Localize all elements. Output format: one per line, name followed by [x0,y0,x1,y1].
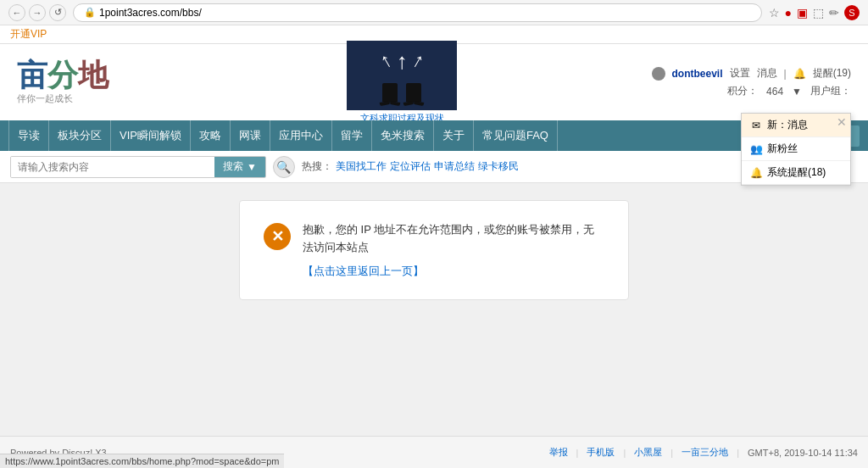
footer-blacklist-link[interactable]: 小黑屋 [634,446,662,459]
hot-label: 热搜： [302,159,332,174]
nav-bar: 导读 板块分区 VIP瞬间解锁 攻略 网课 应用中心 留学 免米搜索 关于 常见… [0,120,868,151]
notifications-link[interactable]: 提醒(19) [813,66,851,81]
score-label: 积分： [727,84,758,98]
score-dropdown[interactable]: ▼ [792,86,802,98]
search-icon-button[interactable]: 🔍 [273,156,295,178]
hot-link-jobs[interactable]: 美国找工作 [336,159,387,174]
messages-link[interactable]: 消息 [757,66,777,81]
search-button[interactable]: 搜索 ▼ [214,156,265,178]
address-bar[interactable]: 🔒 1point3acres.com/bbs/ [73,3,762,22]
nav-item-faq[interactable]: 常见问题FAQ [474,120,558,151]
search-bar: 搜索 ▼ 🔍 热搜： 美国找工作 定位评估 申请总结 绿卡移民 [0,151,868,183]
system-icon: 🔔 [750,167,762,179]
bell-icon: 🔔 [793,68,806,80]
footer-right: 举报 | 手机版 | 小黑屋 | 一亩三分地 | GMT+8, 2019-10-… [549,446,858,459]
nav-item-search[interactable]: 免米搜索 [372,120,434,151]
main-content: ✕ 抱歉，您的 IP 地址不在允许范围内，或您的账号被禁用，无法访问本站点 【点… [0,183,868,353]
star-icon[interactable]: ☆ [769,6,780,20]
browser-chrome: ← → ↺ 🔒 1point3acres.com/bbs/ ☆ ● ▣ ⬚ ✏ … [0,0,868,25]
back-link[interactable]: 【点击这里返回上一页】 [303,264,604,279]
dropdown-item-messages[interactable]: ✉ 新：消息 [742,114,850,137]
dropdown-item-system[interactable]: 🔔 系统提醒(18) [742,161,850,185]
error-box: ✕ 抱歉，您的 IP 地址不在允许范围内，或您的账号被禁用，无法访问本站点 【点… [239,200,629,300]
dropdown-item-followers[interactable]: 👥 新粉丝 [742,137,850,161]
user-meta-line: 积分： 464 ▼ 用户组： [727,84,851,98]
username[interactable]: dontbeevil [672,68,723,80]
nav-item-apps[interactable]: 应用中心 [270,120,332,151]
vip-bar-label: 开通VIP [10,27,47,42]
banner-image[interactable]: ↑ ↑ ↑ [347,41,457,110]
score-value: 464 [766,86,783,98]
search-input-wrap: 搜索 ▼ [10,156,266,178]
error-content: ✕ 抱歉，您的 IP 地址不在允许范围内，或您的账号被禁用，无法访问本站点 [264,221,604,257]
search-btn-label: 搜索 [223,159,243,174]
user-avatar [652,67,665,81]
footer-timezone: GMT+8, 2019-10-14 11:34 [748,448,858,458]
footer-home-link[interactable]: 一亩三分地 [682,446,728,459]
logo-text[interactable]: 亩分地 [17,60,108,91]
nav-item-vip[interactable]: VIP瞬间解锁 [111,120,191,151]
forward-button[interactable]: → [29,4,46,21]
footer-mobile-link[interactable]: 手机版 [587,446,615,459]
followers-icon: 👥 [750,143,762,155]
hot-link-eval[interactable]: 定位评估 [390,159,431,174]
nav-item-about[interactable]: 关于 [434,120,474,151]
profile-icon[interactable]: ⬚ [813,6,824,20]
logo-area: 亩分地 伴你一起成长 [17,60,153,105]
acrobat-icon[interactable]: ▣ [797,6,808,20]
notification-dropdown: ✕ ✉ 新：消息 👥 新粉丝 🔔 系统提醒(18) [741,113,851,186]
header-right: dontbeevil 设置 消息 | 🔔 提醒(19) 积分： 464 ▼ 用户… [652,66,851,98]
nav-item-sections[interactable]: 板块分区 [49,120,111,151]
footer-report-link[interactable]: 举报 [549,446,568,459]
search-btn-arrow: ▼ [247,161,257,173]
refresh-button[interactable]: ↺ [49,4,66,21]
status-url-bar: https://www.1point3acres.com/bbs/home.ph… [0,454,284,468]
nav-item-study[interactable]: 留学 [332,120,372,151]
dropdown-label-system: 系统提醒(18) [767,165,826,180]
lock-icon: 🔒 [84,7,96,18]
user-circle-icon[interactable]: S [844,5,860,20]
nav-item-course[interactable]: 网课 [231,120,270,151]
hot-link-greencard[interactable]: 绿卡移民 [478,159,519,174]
nav-item-guide[interactable]: 导读 [8,120,49,151]
hot-link-summary[interactable]: 申请总结 [434,159,475,174]
pen-icon[interactable]: ✏ [829,6,839,20]
url-text: 1point3acres.com/bbs/ [99,7,202,19]
magnifier-icon: 🔍 [276,160,291,174]
nav-items: 导读 板块分区 VIP瞬间解锁 攻略 网课 应用中心 留学 免米搜索 关于 常见… [8,120,788,151]
pinterest-icon[interactable]: ● [785,6,792,20]
nav-item-guide2[interactable]: 攻略 [191,120,231,151]
site-header: 亩分地 伴你一起成长 ↑ ↑ ↑ 文科求职过程及现状 [0,44,868,120]
dropdown-label-messages: 新：消息 [767,118,808,132]
user-info-line: dontbeevil 设置 消息 | 🔔 提醒(19) [652,66,851,81]
browser-toolbar-icons: ☆ ● ▣ ⬚ ✏ S [769,5,860,20]
error-message: 抱歉，您的 IP 地址不在允许范围内，或您的账号被禁用，无法访问本站点 [303,221,604,257]
logo-sub: 伴你一起成长 [17,92,73,105]
browser-nav: ← → ↺ [8,4,66,21]
search-input[interactable] [11,157,214,177]
banner-arrows: ↑ ↑ ↑ [381,48,423,75]
dropdown-label-followers: 新粉丝 [767,142,798,156]
hot-searches: 热搜： 美国找工作 定位评估 申请总结 绿卡移民 [302,159,519,174]
user-group-label: 用户组： [810,84,851,98]
dropdown-close-button[interactable]: ✕ [837,115,847,129]
message-icon: ✉ [750,120,762,131]
error-icon: ✕ [264,223,291,250]
back-button[interactable]: ← [8,4,25,21]
header-center: ↑ ↑ ↑ 文科求职过程及现状 [153,41,652,125]
settings-link[interactable]: 设置 [730,66,750,81]
